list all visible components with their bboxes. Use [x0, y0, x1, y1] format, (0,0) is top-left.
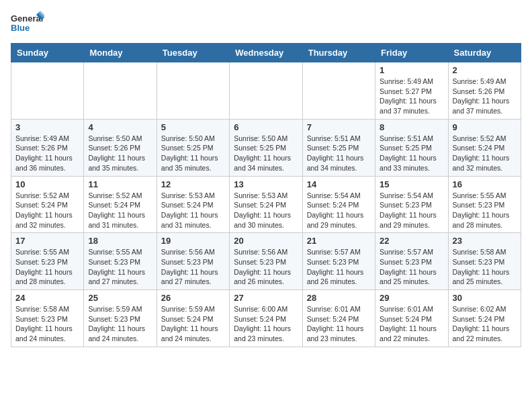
day-number: 12: [161, 179, 225, 189]
day-number: 3: [15, 122, 79, 132]
day-number: 17: [15, 236, 79, 246]
calendar-cell: 22Sunrise: 5:57 AM Sunset: 5:23 PM Dayli…: [375, 233, 448, 290]
day-info: Sunrise: 5:58 AM Sunset: 5:23 PM Dayligh…: [15, 304, 79, 344]
day-info: Sunrise: 6:00 AM Sunset: 5:24 PM Dayligh…: [234, 304, 298, 344]
calendar-cell: 29Sunrise: 6:01 AM Sunset: 5:24 PM Dayli…: [375, 290, 448, 347]
day-number: 13: [234, 179, 298, 189]
calendar-week-row: 10Sunrise: 5:52 AM Sunset: 5:24 PM Dayli…: [11, 176, 521, 233]
calendar-week-row: 1Sunrise: 5:49 AM Sunset: 5:27 PM Daylig…: [11, 62, 521, 120]
day-number: 21: [307, 236, 371, 246]
calendar-cell: [11, 62, 84, 120]
weekday-header: Monday: [84, 44, 157, 62]
calendar-cell: 30Sunrise: 6:02 AM Sunset: 5:24 PM Dayli…: [448, 290, 521, 347]
calendar-cell: 25Sunrise: 5:59 AM Sunset: 5:23 PM Dayli…: [84, 290, 157, 347]
day-info: Sunrise: 5:53 AM Sunset: 5:24 PM Dayligh…: [234, 191, 298, 230]
calendar-cell: 9Sunrise: 5:52 AM Sunset: 5:24 PM Daylig…: [448, 119, 521, 176]
day-info: Sunrise: 5:56 AM Sunset: 5:23 PM Dayligh…: [234, 247, 298, 287]
day-info: Sunrise: 5:56 AM Sunset: 5:23 PM Dayligh…: [161, 247, 225, 287]
day-number: 25: [88, 293, 152, 303]
day-info: Sunrise: 5:59 AM Sunset: 5:23 PM Dayligh…: [88, 304, 152, 344]
day-info: Sunrise: 5:59 AM Sunset: 5:24 PM Dayligh…: [161, 304, 225, 344]
day-info: Sunrise: 5:49 AM Sunset: 5:26 PM Dayligh…: [453, 77, 517, 116]
day-info: Sunrise: 5:50 AM Sunset: 5:25 PM Dayligh…: [234, 134, 298, 173]
calendar-cell: 14Sunrise: 5:54 AM Sunset: 5:24 PM Dayli…: [302, 176, 375, 233]
calendar-cell: 5Sunrise: 5:50 AM Sunset: 5:25 PM Daylig…: [157, 119, 229, 176]
calendar-cell: 26Sunrise: 5:59 AM Sunset: 5:24 PM Dayli…: [157, 290, 229, 347]
day-info: Sunrise: 5:51 AM Sunset: 5:25 PM Dayligh…: [307, 134, 371, 173]
calendar-cell: 6Sunrise: 5:50 AM Sunset: 5:25 PM Daylig…: [230, 119, 302, 176]
day-info: Sunrise: 5:52 AM Sunset: 5:24 PM Dayligh…: [453, 134, 517, 173]
day-info: Sunrise: 5:57 AM Sunset: 5:23 PM Dayligh…: [307, 247, 371, 287]
day-info: Sunrise: 5:49 AM Sunset: 5:27 PM Dayligh…: [380, 77, 443, 116]
day-info: Sunrise: 5:51 AM Sunset: 5:25 PM Dayligh…: [380, 134, 443, 173]
calendar-cell: 28Sunrise: 6:01 AM Sunset: 5:24 PM Dayli…: [302, 290, 375, 347]
day-number: 24: [15, 293, 79, 303]
logo: General Blue: [11, 11, 44, 36]
day-number: 27: [234, 293, 298, 303]
day-number: 6: [234, 122, 298, 132]
weekday-header: Sunday: [11, 44, 84, 62]
weekday-header: Friday: [375, 44, 448, 62]
day-number: 16: [453, 179, 517, 189]
day-number: 7: [307, 122, 371, 132]
calendar-cell: 21Sunrise: 5:57 AM Sunset: 5:23 PM Dayli…: [302, 233, 375, 290]
day-info: Sunrise: 5:55 AM Sunset: 5:23 PM Dayligh…: [453, 191, 517, 230]
day-number: 1: [380, 65, 443, 75]
day-info: Sunrise: 5:55 AM Sunset: 5:23 PM Dayligh…: [15, 247, 79, 287]
day-info: Sunrise: 5:50 AM Sunset: 5:26 PM Dayligh…: [88, 134, 152, 173]
day-number: 30: [453, 293, 517, 303]
calendar-cell: 1Sunrise: 5:49 AM Sunset: 5:27 PM Daylig…: [375, 62, 448, 120]
day-info: Sunrise: 5:52 AM Sunset: 5:24 PM Dayligh…: [15, 191, 79, 230]
day-number: 15: [380, 179, 443, 189]
svg-text:Blue: Blue: [11, 23, 30, 33]
day-number: 8: [380, 122, 443, 132]
weekday-header: Tuesday: [157, 44, 229, 62]
day-info: Sunrise: 5:54 AM Sunset: 5:24 PM Dayligh…: [307, 191, 371, 230]
day-number: 10: [15, 179, 79, 189]
day-number: 11: [88, 179, 152, 189]
calendar-week-row: 17Sunrise: 5:55 AM Sunset: 5:23 PM Dayli…: [11, 233, 521, 290]
weekday-header: Wednesday: [230, 44, 302, 62]
day-number: 18: [88, 236, 152, 246]
calendar-cell: 3Sunrise: 5:49 AM Sunset: 5:26 PM Daylig…: [11, 119, 84, 176]
day-info: Sunrise: 6:01 AM Sunset: 5:24 PM Dayligh…: [380, 304, 443, 344]
calendar-cell: [157, 62, 229, 120]
calendar-cell: 10Sunrise: 5:52 AM Sunset: 5:24 PM Dayli…: [11, 176, 84, 233]
calendar-cell: 8Sunrise: 5:51 AM Sunset: 5:25 PM Daylig…: [375, 119, 448, 176]
day-info: Sunrise: 5:49 AM Sunset: 5:26 PM Dayligh…: [15, 134, 79, 173]
calendar-cell: 18Sunrise: 5:55 AM Sunset: 5:23 PM Dayli…: [84, 233, 157, 290]
day-number: 19: [161, 236, 225, 246]
calendar-cell: 11Sunrise: 5:52 AM Sunset: 5:24 PM Dayli…: [84, 176, 157, 233]
day-number: 26: [161, 293, 225, 303]
calendar-cell: 15Sunrise: 5:54 AM Sunset: 5:23 PM Dayli…: [375, 176, 448, 233]
day-number: 2: [453, 65, 517, 75]
calendar-cell: 4Sunrise: 5:50 AM Sunset: 5:26 PM Daylig…: [84, 119, 157, 176]
day-number: 9: [453, 122, 517, 132]
calendar-cell: [302, 62, 375, 120]
day-number: 5: [161, 122, 225, 132]
day-number: 4: [88, 122, 152, 132]
calendar-cell: 17Sunrise: 5:55 AM Sunset: 5:23 PM Dayli…: [11, 233, 84, 290]
calendar-cell: 13Sunrise: 5:53 AM Sunset: 5:24 PM Dayli…: [230, 176, 302, 233]
calendar-cell: 24Sunrise: 5:58 AM Sunset: 5:23 PM Dayli…: [11, 290, 84, 347]
calendar-cell: 12Sunrise: 5:53 AM Sunset: 5:24 PM Dayli…: [157, 176, 229, 233]
day-number: 29: [380, 293, 443, 303]
day-info: Sunrise: 6:01 AM Sunset: 5:24 PM Dayligh…: [307, 304, 371, 344]
calendar-cell: [84, 62, 157, 120]
day-info: Sunrise: 6:02 AM Sunset: 5:24 PM Dayligh…: [453, 304, 517, 344]
calendar-week-row: 3Sunrise: 5:49 AM Sunset: 5:26 PM Daylig…: [11, 119, 521, 176]
calendar-cell: 7Sunrise: 5:51 AM Sunset: 5:25 PM Daylig…: [302, 119, 375, 176]
weekday-header: Saturday: [448, 44, 521, 62]
day-info: Sunrise: 5:57 AM Sunset: 5:23 PM Dayligh…: [380, 247, 443, 287]
day-number: 14: [307, 179, 371, 189]
calendar-cell: 16Sunrise: 5:55 AM Sunset: 5:23 PM Dayli…: [448, 176, 521, 233]
calendar-cell: 19Sunrise: 5:56 AM Sunset: 5:23 PM Dayli…: [157, 233, 229, 290]
day-info: Sunrise: 5:54 AM Sunset: 5:23 PM Dayligh…: [380, 191, 443, 230]
logo-svg: General Blue: [11, 11, 44, 36]
day-number: 23: [453, 236, 517, 246]
day-info: Sunrise: 5:50 AM Sunset: 5:25 PM Dayligh…: [161, 134, 225, 173]
day-info: Sunrise: 5:52 AM Sunset: 5:24 PM Dayligh…: [88, 191, 152, 230]
calendar-cell: 2Sunrise: 5:49 AM Sunset: 5:26 PM Daylig…: [448, 62, 521, 120]
day-info: Sunrise: 5:53 AM Sunset: 5:24 PM Dayligh…: [161, 191, 225, 230]
page-header: General Blue: [11, 11, 521, 36]
